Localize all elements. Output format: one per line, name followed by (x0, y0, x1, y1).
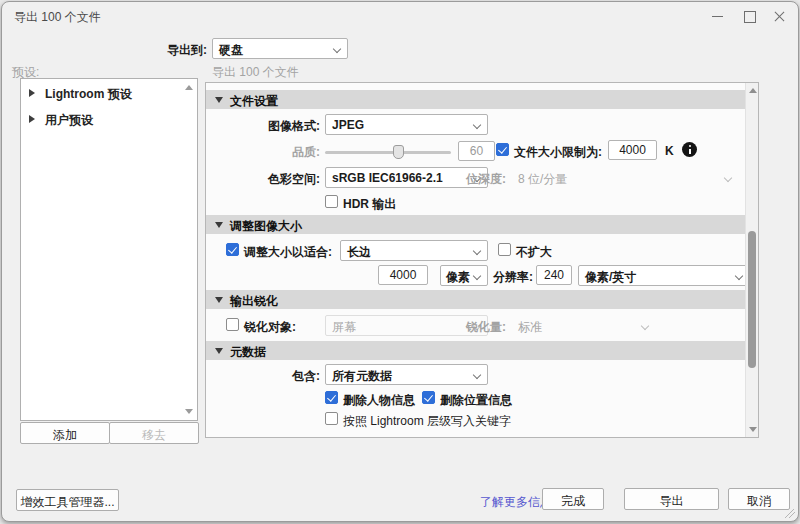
dont-enlarge-label: 不扩大 (516, 244, 552, 261)
size-unit-select[interactable]: 像素 (440, 265, 488, 286)
sharpen-for-value: 屏幕 (332, 320, 356, 334)
panel-scrollbar[interactable] (745, 83, 758, 437)
quality-label: 品质: (206, 144, 320, 161)
remove-preset-button[interactable]: 移去 (109, 422, 199, 444)
resize-mode-select[interactable]: 长边 (340, 240, 488, 261)
section-header-file-settings[interactable]: 文件设置 (206, 90, 746, 109)
preset-group-label: Lightroom 预设 (45, 87, 132, 101)
size-unit-value: 像素 (446, 270, 470, 284)
export-dialog: 导出 100 个文件 导出到: 硬盘 预设: 导出 100 个文件 Lightr… (1, 1, 799, 522)
resolution-unit-value: 像素/英寸 (585, 270, 636, 284)
sharpen-amount-label: 锐化量: (458, 319, 506, 336)
export-to-select[interactable]: 硬盘 (212, 38, 348, 59)
chevron-down-icon (724, 174, 732, 182)
chevron-down-icon (473, 247, 481, 255)
sharpen-amount-value: 标准 (518, 320, 542, 334)
chevron-down-icon (641, 322, 649, 330)
scrollbar-thumb[interactable] (748, 231, 756, 368)
hdr-output-checkbox[interactable] (325, 195, 338, 208)
quality-slider[interactable] (325, 151, 451, 154)
color-space-label: 色彩空间: (206, 171, 320, 188)
collapsed-arrow-icon[interactable] (29, 115, 35, 123)
color-space-value: sRGB IEC61966-2.1 (332, 171, 443, 185)
hdr-output-label: HDR 输出 (343, 196, 396, 213)
remove-location-label: 删除位置信息 (440, 392, 512, 409)
preset-group-label: 用户预设 (45, 113, 93, 127)
section-header-image-sizing[interactable]: 调整图像大小 (206, 215, 746, 234)
limit-file-size-input[interactable] (608, 140, 657, 160)
maximize-icon[interactable] (734, 2, 766, 30)
limit-unit-label: K (665, 144, 674, 158)
section-header-output-sharpening[interactable]: 输出锐化 (206, 290, 746, 309)
sharpen-amount-select: 标准 (511, 315, 656, 336)
sharpen-for-label: 锐化对象: (244, 319, 296, 336)
resize-to-fit-checkbox[interactable] (226, 243, 239, 256)
export-count-caption: 导出 100 个文件 (212, 64, 299, 81)
resize-mode-value: 长边 (347, 245, 371, 259)
quality-value-input[interactable] (458, 141, 495, 161)
limit-file-size-label: 文件大小限制为: (514, 144, 602, 161)
close-icon[interactable] (764, 2, 796, 30)
image-format-select[interactable]: JPEG (325, 114, 488, 135)
resolution-unit-select[interactable]: 像素/英寸 (578, 265, 750, 286)
expanded-arrow-icon[interactable] (215, 297, 223, 303)
metadata-include-select[interactable]: 所有元数据 (325, 364, 488, 385)
section-title: 调整图像大小 (230, 219, 302, 233)
quality-slider-thumb[interactable] (393, 145, 404, 159)
expanded-arrow-icon[interactable] (215, 97, 223, 103)
write-keywords-checkbox[interactable] (325, 412, 338, 425)
minimize-icon[interactable] (702, 2, 734, 30)
dont-enlarge-checkbox[interactable] (498, 243, 511, 256)
done-button[interactable]: 完成 (542, 488, 604, 510)
preset-group-lightroom[interactable]: Lightroom 预设 (21, 79, 197, 105)
add-preset-button[interactable]: 添加 (20, 422, 110, 444)
section-header-metadata[interactable]: 元数据 (206, 341, 746, 360)
plugin-manager-button[interactable]: 增效工具管理器... (16, 489, 119, 511)
preset-group-user[interactable]: 用户预设 (21, 105, 197, 131)
export-to-label: 导出到: (122, 42, 207, 59)
section-title: 元数据 (230, 345, 266, 359)
resize-grip[interactable] (785, 508, 795, 518)
metadata-include-value: 所有元数据 (332, 369, 392, 383)
presets-list: Lightroom 预设 用户预设 (20, 78, 198, 421)
resize-to-fit-label: 调整大小以适合: (244, 244, 332, 261)
remove-location-checkbox[interactable] (422, 391, 435, 404)
resolution-label: 分辨率: (486, 269, 533, 286)
bit-depth-select: 8 位/分量 (511, 167, 739, 188)
resolution-input[interactable] (536, 265, 572, 285)
remove-person-checkbox[interactable] (325, 391, 338, 404)
section-title: 文件设置 (230, 94, 278, 108)
limit-file-size-checkbox[interactable] (496, 143, 509, 156)
long-edge-size-input[interactable] (378, 265, 428, 285)
chevron-down-icon (473, 272, 481, 280)
scroll-up-icon[interactable] (749, 88, 757, 93)
bit-depth-value: 8 位/分量 (518, 172, 567, 186)
collapsed-arrow-icon[interactable] (29, 89, 35, 97)
bit-depth-label: 位深度: (458, 171, 506, 188)
export-button[interactable]: 导出 (624, 488, 719, 510)
cancel-button[interactable]: 取消 (728, 488, 790, 510)
chevron-down-icon (735, 272, 743, 280)
title-bar[interactable]: 导出 100 个文件 (2, 2, 798, 30)
image-format-label: 图像格式: (206, 118, 320, 135)
expanded-arrow-icon[interactable] (215, 348, 223, 354)
chevron-down-icon (473, 371, 481, 379)
write-keywords-label: 按照 Lightroom 层级写入关键字 (343, 413, 511, 430)
scroll-down-icon[interactable] (749, 427, 757, 432)
expanded-arrow-icon[interactable] (215, 222, 223, 228)
sharpen-for-checkbox[interactable] (226, 318, 239, 331)
export-to-value: 硬盘 (219, 43, 243, 57)
settings-panel: 文件设置 图像格式: JPEG 品质: 文件大小限制为: K 色彩空间: sRG… (205, 82, 759, 438)
section-title: 输出锐化 (230, 294, 278, 308)
metadata-include-label: 包含: (206, 368, 320, 385)
chevron-down-icon (333, 45, 341, 53)
image-format-value: JPEG (332, 118, 364, 132)
scroll-down-icon[interactable] (185, 409, 193, 414)
scroll-up-icon[interactable] (185, 85, 193, 90)
remove-person-label: 删除人物信息 (343, 392, 415, 409)
chevron-down-icon (473, 121, 481, 129)
window-title: 导出 100 个文件 (14, 9, 101, 26)
info-icon[interactable] (682, 142, 697, 157)
